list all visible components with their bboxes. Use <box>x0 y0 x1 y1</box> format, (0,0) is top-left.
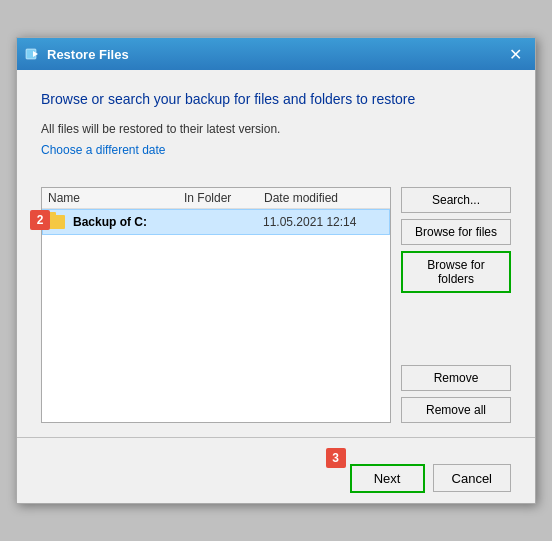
folder-icon <box>49 214 67 230</box>
sidebar-buttons: Search... Browse for files Browse for fo… <box>401 187 511 423</box>
file-list: 2 Name In Folder Date modified Backup of… <box>41 187 391 423</box>
col-date-header: Date modified <box>264 191 384 205</box>
page-heading: Browse or search your backup for files a… <box>41 90 511 110</box>
next-button[interactable]: Next <box>350 464 425 493</box>
browse-files-button[interactable]: Browse for files <box>401 219 511 245</box>
next-wrapper: 3 Next <box>350 464 425 493</box>
separator <box>17 437 535 438</box>
file-date-cell: 11.05.2021 12:14 <box>263 215 383 229</box>
cancel-button[interactable]: Cancel <box>433 464 511 492</box>
file-list-header: Name In Folder Date modified <box>42 188 390 209</box>
footer: 3 Next Cancel <box>17 454 535 503</box>
main-area: 2 Name In Folder Date modified Backup of… <box>41 187 511 423</box>
close-button[interactable]: ✕ <box>503 42 527 66</box>
col-name-header: Name <box>48 191 184 205</box>
choose-date-link[interactable]: Choose a different date <box>41 143 166 157</box>
content-area: Browse or search your backup for files a… <box>17 70 535 454</box>
annotation-2: 2 <box>30 210 50 230</box>
search-button[interactable]: Search... <box>401 187 511 213</box>
title-bar: Restore Files ✕ <box>17 38 535 70</box>
remove-all-button[interactable]: Remove all <box>401 397 511 423</box>
restore-icon <box>25 46 41 62</box>
restore-files-window: Restore Files ✕ Browse or search your ba… <box>16 37 536 504</box>
browse-folders-button[interactable]: Browse for folders <box>401 251 511 293</box>
window-title: Restore Files <box>47 47 129 62</box>
file-list-body: Backup of C: 11.05.2021 12:14 <box>42 209 390 397</box>
file-name-cell: Backup of C: <box>73 215 183 229</box>
col-infolder-header: In Folder <box>184 191 264 205</box>
title-bar-left: Restore Files <box>25 46 129 62</box>
remove-button[interactable]: Remove <box>401 365 511 391</box>
table-row[interactable]: Backup of C: 11.05.2021 12:14 <box>42 209 390 235</box>
annotation-3: 3 <box>326 448 346 468</box>
sub-text: All files will be restored to their late… <box>41 122 511 136</box>
